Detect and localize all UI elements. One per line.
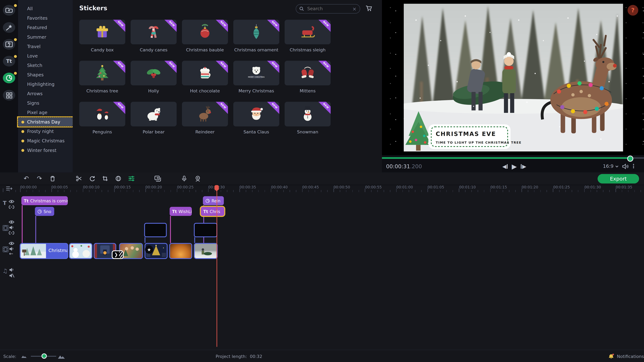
sticker-candy-canes[interactable]: NEW Candy canes (131, 20, 177, 52)
sticker-penguins[interactable]: NEW Penguins (79, 102, 125, 134)
filters-button[interactable] (3, 22, 15, 33)
category-christmas-day[interactable]: Christmas Day (18, 117, 73, 126)
category-winter-forest[interactable]: Winter forest (18, 146, 73, 155)
clear-search-icon[interactable]: × (352, 6, 356, 12)
category-favorites[interactable]: Favorites (18, 13, 73, 22)
app-window: Tt All Favorites Featured Summer Travel … (0, 0, 644, 362)
category-frosty-night[interactable]: Frosty night (18, 127, 73, 136)
sticker-christmas-bauble[interactable]: NEW Christmas bauble (182, 20, 228, 52)
category-travel[interactable]: Travel (18, 42, 73, 51)
title-clip-wishlist[interactable]: Tt WishLi (170, 207, 192, 216)
help-button[interactable]: ? (628, 5, 638, 15)
rotate-button[interactable] (89, 175, 95, 182)
more-tools-button[interactable] (3, 90, 15, 100)
sticker-polar-bear[interactable]: Polar bear (131, 102, 177, 134)
category-highlighting[interactable]: Highlighting (18, 80, 73, 89)
speaker-icon (9, 247, 14, 251)
sticker-christmas-sleigh[interactable]: NEW Christmas sleigh (284, 20, 331, 52)
split-button[interactable] (76, 175, 82, 182)
titles-icon: Tt (172, 209, 177, 214)
category-arrows[interactable]: Arrows (18, 89, 73, 98)
aspect-ratio-dropdown[interactable]: 16:9 (603, 163, 618, 169)
category-love[interactable]: Love (18, 51, 73, 60)
redo-button[interactable]: ↷ (36, 175, 43, 182)
overlay-clip-2[interactable] (194, 223, 217, 237)
overlay-track-visibility-toggle[interactable] (9, 220, 14, 224)
video-track-mute-toggle[interactable] (9, 247, 14, 251)
player-menu-button[interactable]: ••• (632, 164, 634, 169)
sticker-holly[interactable]: NEW Holly (131, 61, 177, 93)
video-clip-6[interactable] (169, 243, 192, 259)
title-track-link-toggle[interactable] (9, 205, 14, 209)
play-button[interactable]: ▶ (512, 162, 517, 170)
title-clip-christmas-selected[interactable]: Tt Chris (201, 207, 224, 216)
sticker-christmas-ornament[interactable]: NEW Christmas ornament (233, 20, 280, 52)
clip-properties-button[interactable] (128, 175, 135, 182)
crop-button[interactable] (102, 175, 108, 182)
timeline-zoom-slider[interactable] (31, 350, 56, 362)
audio-track-mute-toggle[interactable] (9, 268, 14, 272)
overlay-button[interactable] (154, 175, 161, 182)
webcam-capture-button[interactable] (194, 175, 201, 182)
export-button[interactable]: Export (598, 174, 639, 184)
transitions-button[interactable] (3, 39, 15, 50)
playhead-line[interactable] (216, 186, 217, 347)
new-badge: NEW (266, 61, 280, 74)
zoom-out-button[interactable] (22, 350, 27, 362)
video-track-back-arrow[interactable]: ← (9, 251, 13, 256)
sticker-hot-chocolate[interactable]: NEW Hot chocolate (182, 61, 228, 93)
video-clip-7[interactable] (194, 243, 218, 259)
video-track-visibility-toggle[interactable] (9, 241, 14, 245)
timeline-ruler[interactable]: 00:00:00 00:00:05 00:00:10 00:00:15 00:0… (0, 185, 644, 192)
sticker-snowman[interactable]: NEW Snowman (284, 102, 331, 134)
title-clip-christmas-is-coming[interactable]: Tt Christmas is comin (22, 196, 68, 205)
picture-in-picture-icon (154, 175, 161, 182)
category-featured[interactable]: Featured (18, 23, 73, 32)
volume-button[interactable] (622, 164, 629, 169)
color-adjustments-button[interactable] (115, 175, 122, 182)
sticker-christmas-tree[interactable]: NEW Christmas tree (79, 61, 125, 93)
video-clip-1[interactable]: Christmas (20, 243, 68, 259)
clip-connector (170, 216, 170, 243)
video-clip-2[interactable] (69, 243, 92, 259)
category-signs[interactable]: Signs (18, 98, 73, 107)
zoom-slider-knob[interactable] (42, 354, 47, 359)
sliders-icon (128, 176, 135, 181)
category-sketch[interactable]: Sketch (18, 61, 73, 70)
reindeer-art (195, 104, 215, 124)
category-summer[interactable]: Summer (18, 32, 73, 41)
category-shapes[interactable]: Shapes (18, 70, 73, 79)
sticker-mittens[interactable]: NEW Mittens (284, 61, 331, 93)
overlay-track-link-toggle[interactable] (9, 231, 14, 235)
sticker-clip-reindeer[interactable]: Rein (203, 196, 224, 205)
category-all[interactable]: All (18, 4, 73, 13)
title-banner: CHRISTMAS EVE TIME TO LIGHT UP THE CHRIS… (428, 124, 522, 149)
previous-frame-button[interactable]: ◀ (502, 163, 508, 170)
audio-track-sync-toggle[interactable] (9, 273, 14, 278)
media-button[interactable] (3, 5, 15, 15)
search-input[interactable] (306, 6, 352, 12)
title-track-visibility-toggle[interactable] (9, 200, 14, 204)
store-cart-button[interactable] (366, 5, 372, 11)
stickers-button[interactable] (3, 73, 15, 83)
sticker-clip-snowman[interactable]: Sno (35, 207, 54, 216)
sticker-candy-box[interactable]: NEW Candy box (79, 20, 125, 52)
overlay-clip-1[interactable] (144, 223, 167, 237)
playback-progress-bar[interactable] (382, 157, 644, 159)
search-box[interactable]: × (296, 4, 360, 13)
next-frame-button[interactable]: ▶ (520, 163, 526, 170)
delete-button[interactable] (49, 175, 56, 182)
transition-badge[interactable]: ❯ (112, 250, 124, 259)
sticker-reindeer[interactable]: NEW Reindeer (182, 102, 228, 134)
grid-icon (6, 92, 12, 98)
category-pixel-age[interactable]: Pixel age (18, 108, 73, 117)
titles-button[interactable]: Tt (3, 56, 15, 66)
overlay-track-mute-toggle[interactable] (9, 225, 14, 230)
zoom-in-button[interactable] (58, 350, 65, 362)
record-voiceover-button[interactable] (181, 175, 187, 182)
undo-button[interactable]: ↶ (23, 175, 30, 182)
sticker-merry-christmas[interactable]: MERRY CHRISTMAS NEW Merry Christmas (233, 61, 280, 93)
notifications-button[interactable]: Notifications (608, 350, 644, 362)
category-magic-christmas[interactable]: Magic Christmas (18, 136, 73, 145)
sticker-santa-claus[interactable]: NEW Santa Claus (233, 102, 280, 134)
